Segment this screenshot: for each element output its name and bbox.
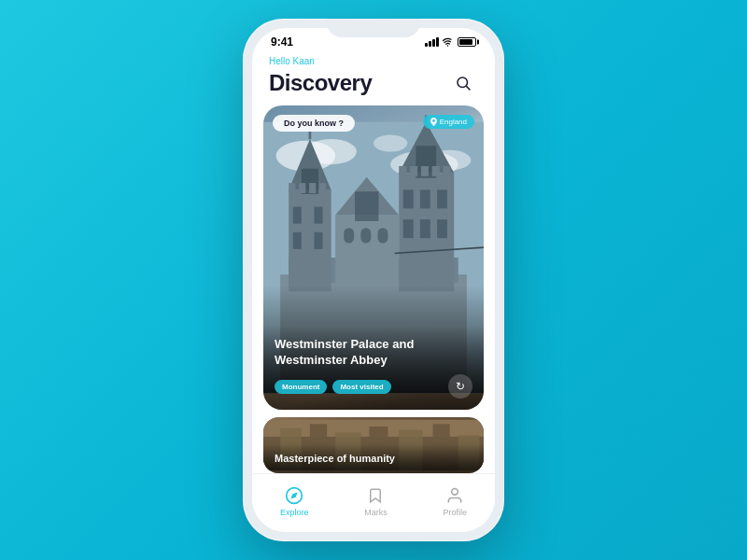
status-icons — [425, 37, 476, 47]
tag-most-visited[interactable]: Most visited — [332, 380, 390, 394]
main-content: Do you know ? England Westminster Palace… — [252, 105, 495, 473]
search-button[interactable] — [448, 68, 478, 98]
marks-icon — [365, 485, 386, 506]
do-you-know-badge[interactable]: Do you know ? — [273, 115, 355, 132]
location-icon — [430, 118, 437, 126]
feature-card[interactable]: Do you know ? England Westminster Palace… — [263, 105, 484, 410]
phone-screen: 9:41 Hello Kaan Discovery — [252, 28, 495, 532]
svg-point-0 — [447, 45, 449, 47]
location-badge: England — [423, 115, 474, 129]
header-row: Discovery — [269, 68, 478, 98]
card-overlay: Westminster Palace and Westminster Abbey… — [263, 326, 484, 410]
status-time: 9:41 — [271, 35, 293, 49]
search-icon — [455, 75, 472, 91]
greeting-text: Hello Kaan — [269, 56, 478, 66]
nav-marks[interactable]: Marks — [349, 482, 402, 521]
svg-point-59 — [452, 489, 458, 496]
signal-icon — [425, 37, 439, 47]
explore-label: Explore — [280, 508, 309, 517]
refresh-button[interactable]: ↻ — [448, 374, 472, 399]
marks-label: Marks — [364, 508, 388, 517]
page-title: Discovery — [269, 70, 372, 96]
secondary-card-title: Masterpiece of humanity — [275, 453, 395, 464]
nav-explore[interactable]: Explore — [265, 482, 324, 521]
svg-marker-58 — [291, 492, 298, 498]
phone-frame: 9:41 Hello Kaan Discovery — [243, 19, 504, 541]
battery-icon — [458, 37, 476, 47]
tag-monument[interactable]: Monument — [275, 380, 327, 394]
profile-icon — [444, 485, 465, 506]
secondary-card-overlay: Masterpiece of humanity — [263, 441, 484, 473]
card-tags: Monument Most visited ↻ — [275, 374, 472, 399]
nav-profile[interactable]: Profile — [429, 482, 483, 521]
card-title: Westminster Palace and Westminster Abbey — [275, 337, 472, 369]
svg-point-1 — [458, 77, 468, 88]
svg-line-2 — [466, 86, 470, 90]
phone-notch — [327, 19, 420, 37]
secondary-card[interactable]: Masterpiece of humanity — [263, 417, 484, 473]
wifi-icon — [443, 37, 454, 47]
app-header: Hello Kaan Discovery — [252, 52, 495, 105]
secondary-card-bg: Masterpiece of humanity — [263, 417, 484, 473]
bottom-nav: Explore Marks Profile — [252, 473, 495, 532]
location-text: England — [440, 118, 467, 126]
explore-icon — [284, 485, 304, 506]
profile-label: Profile — [444, 508, 468, 517]
